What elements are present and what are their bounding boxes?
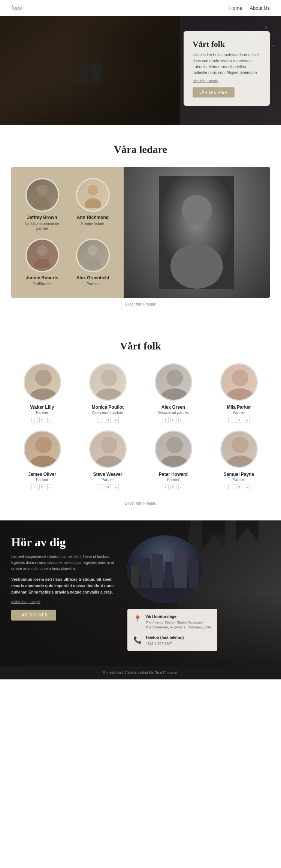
linkedin-icon-7[interactable]: in: [244, 484, 250, 490]
instagram-icon-0[interactable]: ⊡: [39, 417, 45, 423]
svg-point-23: [170, 244, 223, 289]
hero-cta-button[interactable]: LÄR DIG MER: [193, 87, 235, 97]
facebook-icon-2[interactable]: f: [163, 417, 169, 423]
contact-right: 📍 Vårt kontorsläge The Interior Design S…: [127, 535, 270, 651]
hero-description: Ultrices leo heltal malesuada nunc vel r…: [193, 52, 261, 76]
svg-point-24: [35, 370, 52, 386]
person-name-4: James Oliver: [11, 472, 73, 477]
linkedin-icon-4[interactable]: in: [47, 484, 53, 490]
facebook-icon-5[interactable]: f: [97, 484, 103, 490]
person-social-1: f ⊡ in: [77, 417, 139, 423]
facebook-icon-0[interactable]: f: [31, 417, 37, 423]
leader-avatar-0: [25, 178, 59, 212]
svg-point-39: [226, 456, 254, 468]
linkedin-icon-6[interactable]: in: [178, 484, 184, 490]
person-name-2: Alex Green: [142, 405, 204, 410]
linkedin-icon-1[interactable]: in: [113, 417, 119, 423]
leaders-grid: Jeffrey Brown Världsomspännande partner …: [11, 167, 270, 298]
office-info: 📍 Vårt kontorsläge The Interior Design S…: [133, 614, 211, 630]
svg-point-29: [160, 388, 189, 401]
person-role-0: Partner: [11, 411, 73, 415]
svg-point-26: [101, 370, 117, 386]
person-name-7: Samuel Payne: [208, 472, 270, 477]
person-social-4: f ⊡ in: [11, 484, 73, 490]
person-role-5: Partner: [77, 478, 139, 482]
facebook-icon-1[interactable]: f: [97, 417, 103, 423]
instagram-icon-1[interactable]: ⊡: [105, 417, 111, 423]
contact-cta-button[interactable]: LÄR DIG MER: [11, 610, 56, 621]
person-social-2: f ⊡ in: [142, 417, 204, 423]
contact-image-credit: Bilder från Freepik: [11, 600, 116, 604]
svg-point-14: [34, 198, 51, 208]
footer: Sample text. Click to select the Text El…: [0, 666, 281, 679]
leader-title-0: Världsomspännande partner: [19, 221, 66, 231]
facebook-icon-3[interactable]: f: [228, 417, 234, 423]
leaders-image-credit: Bilder från Freepik: [11, 302, 270, 306]
person-name-0: Walter Lilly: [11, 405, 73, 410]
leader-card-1: Ann Richmond Kreativ ledare: [69, 178, 116, 226]
phone-title: Telefon (fast telefon): [145, 635, 184, 640]
leader-avatar-1: [76, 178, 110, 212]
linkedin-icon-5[interactable]: in: [113, 484, 119, 490]
leaders-photo: [124, 167, 270, 298]
instagram-icon-2[interactable]: ⊡: [170, 417, 176, 423]
city-image: [127, 535, 202, 603]
phone-info: 📞 Telefon (fast telefon) +912 3 567 8987: [133, 635, 211, 646]
svg-point-19: [88, 245, 98, 256]
svg-point-27: [95, 388, 123, 401]
svg-point-13: [37, 185, 48, 195]
person-social-3: f ⊡ in: [208, 417, 270, 423]
instagram-icon-7[interactable]: ⊡: [236, 484, 242, 490]
nav-about[interactable]: About Us: [250, 5, 270, 11]
person-avatar-7: [220, 430, 258, 468]
instagram-icon-3[interactable]: ⊡: [236, 417, 242, 423]
svg-point-18: [34, 259, 51, 268]
facebook-icon-7[interactable]: f: [228, 484, 234, 490]
phone-icon: 📞: [133, 636, 142, 644]
svg-point-15: [88, 185, 98, 195]
svg-rect-59: [127, 588, 202, 603]
contact-title: Hör av dig: [11, 535, 116, 549]
linkedin-icon-2[interactable]: in: [178, 417, 184, 423]
leaders-right-panel: [124, 167, 270, 298]
hero-section: Vårt folk Ultrices leo heltal malesuada …: [0, 16, 281, 125]
person-card-1: Monica Pouliot Associerad partner f ⊡ in: [77, 363, 139, 423]
svg-point-22: [182, 195, 212, 225]
svg-rect-53: [131, 565, 139, 603]
nav-home[interactable]: Home: [229, 5, 242, 11]
instagram-icon-6[interactable]: ⊡: [170, 484, 176, 490]
person-role-3: Partner: [208, 411, 270, 415]
leaders-title: Våra ledare: [11, 144, 270, 156]
svg-point-25: [29, 388, 58, 401]
leader-title-1: Kreativ ledare: [69, 221, 116, 226]
linkedin-icon-3[interactable]: in: [244, 417, 250, 423]
person-card-4: James Oliver Partner f ⊡ in: [11, 430, 73, 490]
facebook-icon-6[interactable]: f: [163, 484, 169, 490]
facebook-icon-4[interactable]: f: [31, 484, 37, 490]
person-name-5: Steve Weaver: [77, 472, 139, 477]
person-social-5: f ⊡ in: [77, 484, 139, 490]
instagram-icon-5[interactable]: ⊡: [105, 484, 111, 490]
person-card-3: Mila Parker Partner f ⊡ in: [208, 363, 270, 423]
person-role-4: Partner: [11, 478, 73, 482]
person-social-7: f ⊡ in: [208, 484, 270, 490]
person-avatar-4: [24, 430, 61, 468]
leaders-section: Våra ledare Jeffrey Brown Världsomspänna…: [0, 125, 281, 325]
leader-name-3: Alex Greenfield: [69, 275, 116, 280]
logo: logo: [11, 4, 22, 11]
leader-title-2: Ordförande: [19, 282, 66, 286]
person-avatar-2: [155, 363, 192, 401]
leader-title-3: Partner: [69, 282, 116, 286]
people-image-credit: Bilder från Freepik: [11, 501, 270, 505]
person-avatar-5: [89, 430, 127, 468]
contact-left: Hör av dig Laoreet suspendisse interdum …: [11, 535, 116, 621]
svg-point-36: [166, 437, 183, 453]
office-address-line1: The Interior Design Studio Company: [145, 620, 211, 625]
person-social-0: f ⊡ in: [11, 417, 73, 423]
person-card-7: Samuel Payne Partner f ⊡ in: [208, 430, 270, 490]
leaders-left-panel: Jeffrey Brown Världsomspännande partner …: [11, 167, 124, 298]
instagram-icon-4[interactable]: ⊡: [39, 484, 45, 490]
leader-avatar-3: [76, 238, 110, 272]
linkedin-icon-0[interactable]: in: [47, 417, 53, 423]
leader-name-2: Jennie Roberts: [19, 275, 66, 280]
